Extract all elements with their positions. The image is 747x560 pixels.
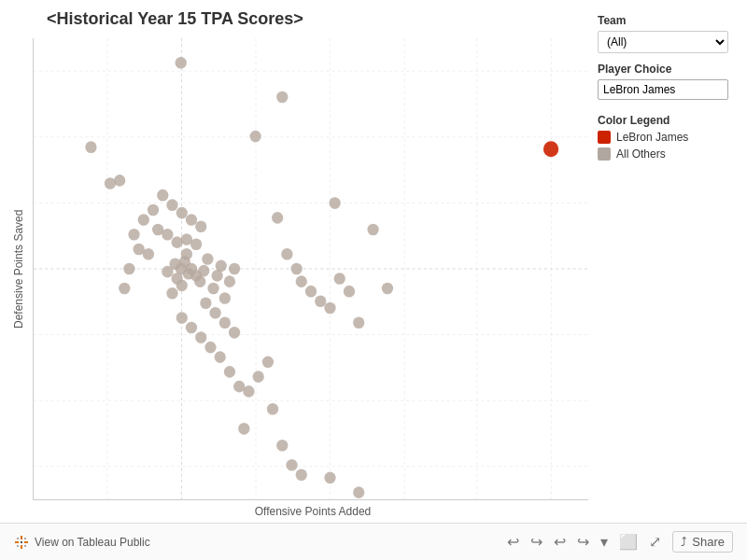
svg-rect-110 [21,541,22,543]
svg-point-52 [119,283,130,295]
svg-point-79 [209,307,220,319]
svg-point-80 [219,317,231,329]
svg-point-62 [162,229,173,241]
svg-point-95 [382,283,393,295]
svg-point-98 [276,440,288,452]
svg-point-46 [224,275,235,287]
svg-point-69 [186,322,197,334]
svg-point-94 [367,224,378,236]
svg-point-100 [296,469,307,481]
svg-point-104 [176,57,187,69]
svg-point-55 [128,229,139,241]
svg-point-71 [204,342,216,354]
svg-point-105 [543,141,558,157]
svg-point-51 [123,263,134,275]
player-label: Player Choice [598,63,728,76]
svg-point-40 [166,287,177,300]
svg-point-76 [253,371,264,383]
svg-point-99 [286,459,297,471]
svg-point-87 [315,295,326,307]
svg-point-77 [262,357,274,369]
svg-point-101 [324,472,335,484]
svg-point-37 [194,275,205,287]
svg-point-66 [85,141,96,153]
svg-rect-114 [24,545,26,547]
svg-point-47 [229,263,240,275]
svg-point-68 [176,312,188,324]
chart-wrapper: Defensive Points Saved [9,38,588,500]
chart-section: <Historical Year 15 TPA Scores> Defensiv… [9,9,588,523]
svg-point-50 [134,244,145,256]
x-axis-label: Offensive Points Added [9,500,588,523]
svg-point-57 [157,189,168,202]
chevron-down-icon[interactable]: ▾ [600,533,608,551]
svg-point-67 [105,177,116,189]
redo-icon[interactable]: ↪ [530,533,543,551]
svg-rect-111 [17,538,19,539]
svg-point-91 [276,91,288,104]
y-axis-label: Defensive Points Saved [9,38,28,500]
footer: View on Tableau Public ↩ ↪ ↩ ↪ ▾ ⬜ ⤢ ⤴ S… [0,523,747,560]
footer-icons: ↩ ↪ ↩ ↪ ▾ ⬜ ⤢ ⤴ Share [507,531,733,553]
main-area: <Historical Year 15 TPA Scores> Defensiv… [0,0,747,523]
svg-point-97 [267,403,278,415]
fullscreen-icon[interactable]: ⤢ [649,533,661,551]
others-label: All Others [616,147,666,161]
svg-point-72 [215,351,226,363]
others-swatch [598,147,611,161]
chart-title: <Historical Year 15 TPA Scores> [9,9,588,29]
svg-rect-109 [24,541,28,543]
svg-point-59 [176,207,188,219]
svg-point-70 [195,331,206,343]
share-button[interactable]: ⤴ Share [672,531,733,553]
legend-title: Color Legend [598,114,728,127]
export-icon[interactable]: ⬜ [619,533,638,551]
svg-point-44 [216,260,227,273]
svg-point-81 [229,327,240,339]
svg-point-75 [243,385,254,398]
tableau-icon [14,535,29,550]
svg-point-42 [207,283,218,295]
svg-point-96 [238,423,249,435]
svg-point-88 [324,302,335,315]
redo2-icon[interactable]: ↪ [577,533,589,551]
lebron-label: LeBron James [616,131,688,144]
undo-icon[interactable]: ↩ [507,533,519,551]
sidebar: Team (All) Player Choice Color Legend Le… [588,9,738,523]
svg-rect-113 [17,545,19,547]
svg-point-39 [202,253,213,265]
team-section: Team (All) [598,14,728,53]
svg-point-45 [219,292,231,304]
svg-point-58 [166,199,177,211]
svg-point-84 [290,263,302,275]
svg-rect-112 [24,538,26,539]
svg-point-35 [176,280,188,292]
undo2-icon[interactable]: ↩ [554,533,566,551]
share-label: Share [692,535,725,549]
svg-point-53 [148,204,159,217]
svg-point-73 [224,366,235,378]
svg-point-78 [200,297,211,309]
svg-point-89 [334,273,345,285]
svg-point-65 [190,238,202,250]
lebron-swatch [598,131,611,144]
tableau-link-text[interactable]: View on Tableau Public [35,536,150,549]
svg-point-61 [195,220,206,232]
team-label: Team [598,14,728,27]
tableau-link[interactable]: View on Tableau Public [14,535,150,550]
legend-item-lebron: LeBron James [598,131,728,144]
team-select[interactable]: (All) [598,31,728,53]
player-input[interactable] [598,79,728,100]
svg-rect-108 [15,541,19,543]
app-container: <Historical Year 15 TPA Scores> Defensiv… [0,0,747,560]
svg-point-60 [186,214,197,226]
svg-point-90 [344,286,355,298]
svg-point-41 [162,266,173,278]
svg-point-103 [249,131,261,143]
svg-point-93 [353,317,364,329]
svg-point-54 [138,214,149,226]
share-icon: ⤴ [681,535,687,549]
svg-rect-107 [21,545,22,549]
svg-point-102 [353,486,364,498]
svg-point-83 [281,248,292,260]
